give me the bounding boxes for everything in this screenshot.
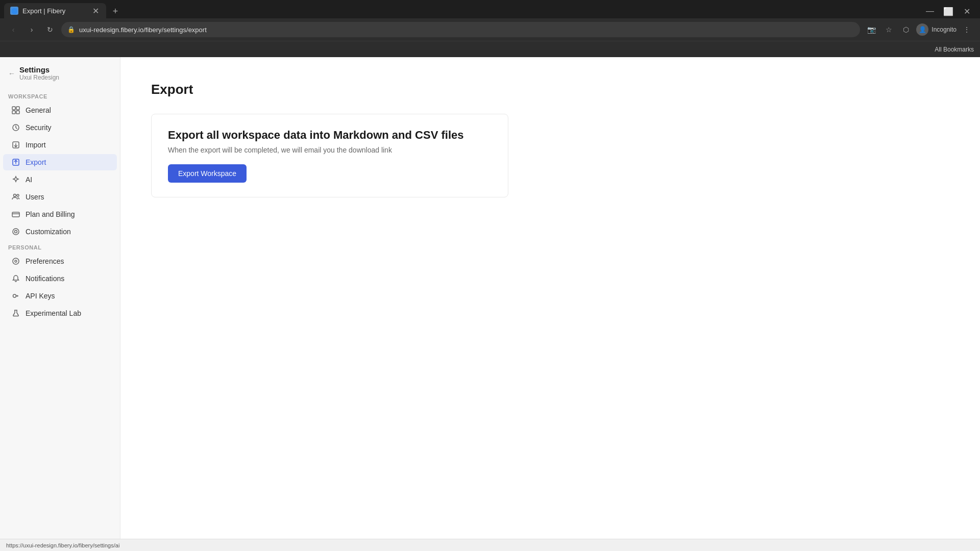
tab-title: Export | Fibery (22, 7, 87, 15)
billing-icon (11, 210, 20, 219)
svg-point-14 (13, 294, 16, 297)
browser-toolbar: ‹ › ↻ 🔒 uxui-redesign.fibery.io/fibery/s… (0, 18, 980, 41)
new-tab-button[interactable]: + (108, 4, 122, 18)
bookmark-star-icon[interactable]: ☆ (881, 22, 896, 37)
sidebar-header: ← Settings Uxui Redesign (0, 65, 120, 89)
plan-billing-label: Plan and Billing (26, 210, 109, 218)
preferences-label: Preferences (26, 257, 109, 265)
svg-point-8 (17, 194, 19, 196)
svg-rect-3 (16, 111, 19, 114)
import-label: Import (26, 141, 109, 149)
address-bar[interactable]: 🔒 uxui-redesign.fibery.io/fibery/setting… (61, 22, 860, 37)
tab-close-button[interactable]: ✕ (91, 6, 100, 15)
export-workspace-button[interactable]: Export Workspace (168, 164, 247, 183)
api-keys-icon (11, 291, 20, 300)
svg-point-13 (15, 260, 17, 262)
app-container: ← Settings Uxui Redesign WORKSPACE Gener… (0, 57, 980, 539)
export-label: Export (26, 158, 109, 166)
sidebar-subtitle: Uxui Redesign (19, 74, 59, 81)
status-url: https://uxui-redesign.fibery.io/fibery/s… (6, 542, 119, 548)
close-window-button[interactable]: ✕ (960, 4, 974, 18)
url-text: uxui-redesign.fibery.io/fibery/settings/… (79, 26, 854, 34)
tab-favicon: 🌀 (10, 7, 18, 15)
customization-icon (11, 227, 20, 236)
notifications-icon (11, 274, 20, 283)
maximize-button[interactable]: ⬜ (941, 4, 955, 18)
svg-point-12 (13, 258, 19, 264)
ai-icon (11, 175, 20, 184)
refresh-button[interactable]: ↻ (43, 22, 57, 37)
incognito-icon: 👤 (916, 23, 928, 36)
sidebar-item-customization[interactable]: Customization (3, 223, 117, 240)
active-tab[interactable]: 🌀 Export | Fibery ✕ (4, 3, 106, 18)
main-content: Export Export all workspace data into Ma… (120, 57, 980, 539)
import-icon (11, 140, 20, 149)
sidebar-item-experimental-lab[interactable]: Experimental Lab (3, 305, 117, 321)
export-card: Export all workspace data into Markdown … (151, 114, 508, 197)
back-arrow-button[interactable]: ← (8, 69, 15, 78)
extensions-icon[interactable]: ⬡ (899, 22, 913, 37)
security-label: Security (26, 123, 109, 132)
sidebar-title: Settings (19, 65, 59, 74)
api-keys-label: API Keys (26, 292, 109, 300)
sidebar-item-plan-billing[interactable]: Plan and Billing (3, 206, 117, 222)
customization-label: Customization (26, 228, 109, 236)
sidebar: ← Settings Uxui Redesign WORKSPACE Gener… (0, 57, 120, 539)
sidebar-item-users[interactable]: Users (3, 189, 117, 205)
export-heading: Export all workspace data into Markdown … (168, 129, 492, 142)
bookmarks-label: All Bookmarks (935, 46, 974, 53)
experimental-lab-label: Experimental Lab (26, 309, 109, 317)
page-title: Export (151, 82, 949, 97)
ai-label: AI (26, 176, 109, 184)
svg-rect-9 (12, 212, 19, 217)
sidebar-title-block: Settings Uxui Redesign (19, 65, 59, 81)
preferences-icon (11, 257, 20, 266)
users-icon (11, 192, 20, 202)
bookmarks-bar: All Bookmarks (0, 41, 980, 57)
sidebar-item-ai[interactable]: AI (3, 171, 117, 188)
browser-chrome: 🌀 Export | Fibery ✕ + — ⬜ ✕ ‹ › ↻ 🔒 uxui… (0, 0, 980, 57)
sidebar-item-api-keys[interactable]: API Keys (3, 288, 117, 304)
browser-tabs: 🌀 Export | Fibery ✕ + — ⬜ ✕ (0, 0, 980, 18)
minimize-button[interactable]: — (923, 4, 937, 18)
svg-point-10 (13, 229, 19, 235)
status-bar: https://uxui-redesign.fibery.io/fibery/s… (0, 539, 980, 551)
svg-rect-1 (16, 107, 19, 110)
sidebar-item-security[interactable]: Security (3, 119, 117, 136)
sidebar-item-general[interactable]: General (3, 102, 117, 118)
notifications-label: Notifications (26, 274, 109, 283)
lab-icon (11, 309, 20, 318)
toolbar-actions: 📷 ☆ ⬡ 👤 Incognito ⋮ (864, 22, 974, 37)
export-description: When the export will be completed, we wi… (168, 146, 492, 154)
svg-point-11 (15, 231, 17, 233)
workspace-section-label: WORKSPACE (0, 89, 120, 102)
general-label: General (26, 106, 109, 114)
svg-point-7 (14, 194, 16, 197)
lock-icon: 🔒 (67, 26, 75, 33)
camera-icon[interactable]: 📷 (864, 22, 878, 37)
window-controls: — ⬜ ✕ (923, 4, 980, 18)
security-icon (11, 123, 20, 132)
sidebar-item-preferences[interactable]: Preferences (3, 253, 117, 269)
sidebar-item-export[interactable]: Export (3, 154, 117, 170)
menu-icon[interactable]: ⋮ (960, 22, 974, 37)
incognito-label: Incognito (932, 26, 957, 33)
general-icon (11, 106, 20, 115)
export-icon (11, 158, 20, 167)
back-button[interactable]: ‹ (6, 22, 20, 37)
sidebar-item-import[interactable]: Import (3, 137, 117, 153)
forward-button[interactable]: › (24, 22, 39, 37)
users-label: Users (26, 193, 109, 201)
svg-rect-0 (12, 107, 15, 110)
sidebar-item-notifications[interactable]: Notifications (3, 270, 117, 287)
personal-section-label: PERSONAL (0, 240, 120, 253)
svg-rect-2 (12, 111, 15, 114)
